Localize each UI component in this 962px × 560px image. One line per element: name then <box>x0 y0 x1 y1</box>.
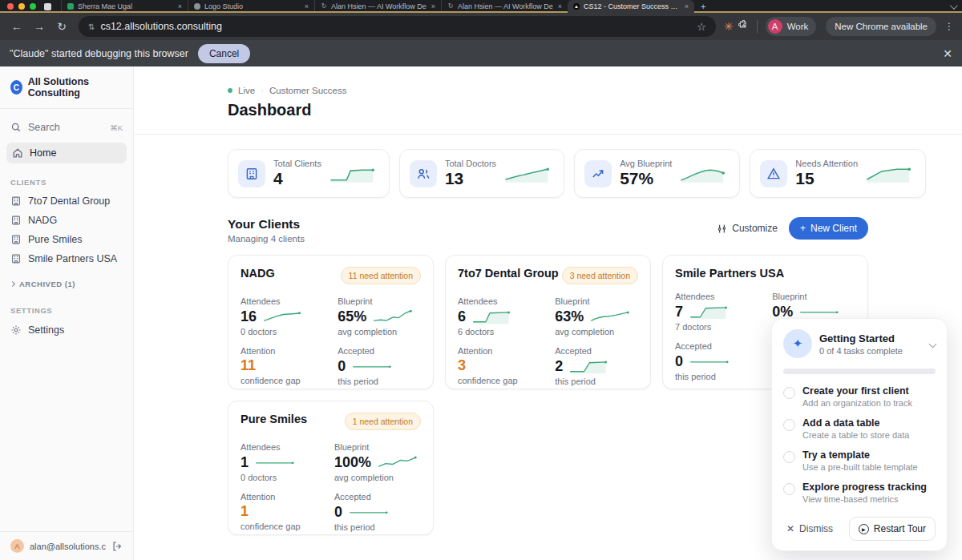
stat-total-doctors: Total Doctors 13 <box>399 149 564 198</box>
dismiss-button[interactable]: ✕ Dismiss <box>783 518 836 539</box>
building-icon <box>10 234 22 245</box>
settings-section-label: SETTINGS <box>0 292 133 320</box>
archived-label: ARCHIVED (1) <box>19 280 75 288</box>
new-tab-button[interactable]: + <box>701 2 705 11</box>
client-name: Pure Smiles <box>240 413 307 425</box>
new-client-button[interactable]: + New Client <box>789 217 868 240</box>
tab-close-icon[interactable]: × <box>431 2 435 10</box>
sparkline-chart <box>263 308 306 325</box>
sidebar: C All Solutions Consulting Search ⌘K Hom… <box>0 66 134 560</box>
stat-value: 4 <box>273 169 321 188</box>
sidebar-item-smile-partners-usa[interactable]: Smile Partners USA <box>0 249 133 268</box>
forward-button[interactable]: → <box>30 18 48 35</box>
tab-cs12-active[interactable]: ▲ CS12 - Customer Success Pla × <box>568 0 694 13</box>
sidebar-item-7to7-dental-group[interactable]: 7to7 Dental Group <box>0 191 133 211</box>
user-email: alan@allsolutions.con... <box>30 542 106 551</box>
your-clients-title: Your Clients <box>228 217 305 232</box>
tab-list-chevron-icon[interactable] <box>950 2 958 10</box>
sidebar-item-archived[interactable]: ARCHIVED (1) <box>0 268 133 292</box>
sparkline-chart <box>255 453 298 471</box>
zoom-window-button[interactable] <box>30 3 36 10</box>
customize-button[interactable]: Customize <box>717 223 778 234</box>
stats-row: Total Clients 4 Total Doctors 13 <box>228 149 868 198</box>
breadcrumb-label: Customer Success <box>269 86 347 95</box>
task-create-first-client[interactable]: Create your first client Add an organiza… <box>783 379 936 411</box>
client-label: Smile Partners USA <box>28 253 117 264</box>
window-controls <box>7 3 36 10</box>
building-icon <box>10 253 22 264</box>
restart-tour-button[interactable]: ▶ Restart Tour <box>849 517 936 541</box>
stat-label: Avg Blueprint <box>620 159 672 168</box>
banner-close-icon[interactable]: ✕ <box>943 47 952 60</box>
extensions-puzzle-icon[interactable] <box>738 20 749 33</box>
reload-button[interactable]: ↻ <box>53 18 71 35</box>
chrome-update-button[interactable]: New Chrome available <box>826 17 936 36</box>
user-footer[interactable]: A alan@allsolutions.con... <box>0 531 133 560</box>
metric-attendees: Attendees 1 0 doctors <box>240 442 326 482</box>
building-icon <box>10 195 22 207</box>
sync-favicon: ↻ <box>447 3 454 10</box>
tab-close-icon[interactable]: × <box>558 2 562 10</box>
client-label: NADG <box>28 215 57 226</box>
getting-started-header[interactable]: ✦ Getting Started 0 of 4 tasks complete <box>783 329 936 358</box>
address-bar[interactable]: ⇅ cs12.allsolutions.consulting ☆ <box>79 16 716 37</box>
task-checkbox[interactable] <box>783 483 795 495</box>
metric-attendees: Attendees 6 6 doctors <box>458 296 547 336</box>
live-label: Live <box>238 86 255 95</box>
stat-avg-blueprint: Avg Blueprint 57% <box>574 149 740 198</box>
attention-badge: 11 need attention <box>341 267 421 284</box>
chevron-down-icon[interactable] <box>929 340 937 348</box>
task-explore-progress-tracking[interactable]: Explore progress tracking View time-base… <box>783 475 936 507</box>
task-add-data-table[interactable]: Add a data table Create a table to store… <box>783 411 936 443</box>
client-card-nadg[interactable]: NADG 11 need attention Attendees 16 0 do… <box>228 255 434 389</box>
metric-accepted: Accepted 0 this period <box>675 341 764 381</box>
profile-theme-stripe <box>0 11 962 13</box>
metric-accepted: Accepted 0 this period <box>334 492 421 532</box>
stat-label: Total Doctors <box>445 159 496 168</box>
close-window-button[interactable] <box>7 3 14 10</box>
stat-total-clients: Total Clients 4 <box>228 149 390 198</box>
breadcrumb: Live · Customer Success <box>228 86 868 95</box>
logout-icon[interactable] <box>111 541 123 552</box>
claude-extension-icon[interactable]: ✳ <box>724 20 734 33</box>
client-card-7to7-dental-group[interactable]: 7to7 Dental Group 3 need attention Atten… <box>445 255 651 389</box>
home-icon <box>12 147 23 159</box>
profile-chip[interactable]: A Work <box>766 17 817 36</box>
sidebar-item-settings[interactable]: Settings <box>0 320 133 340</box>
search-icon <box>10 122 22 133</box>
progress-bar <box>783 369 936 374</box>
back-button[interactable]: ← <box>8 18 26 35</box>
sparkline-chart <box>689 353 733 370</box>
search-input[interactable]: Search ⌘K <box>0 117 133 138</box>
task-checkbox[interactable] <box>783 451 795 463</box>
sidebar-item-pure-smiles[interactable]: Pure Smiles <box>0 230 133 249</box>
metric-attendees: Attendees 7 7 doctors <box>675 292 764 332</box>
tab-close-icon[interactable]: × <box>178 2 182 10</box>
cancel-debug-button[interactable]: Cancel <box>198 44 250 63</box>
bookmark-star-icon[interactable]: ☆ <box>697 21 706 33</box>
pinned-tab-icon[interactable] <box>44 3 51 10</box>
sidebar-item-home[interactable]: Home <box>6 143 127 163</box>
sparkline-chart <box>590 308 633 325</box>
metric-blueprint: Blueprint 63% avg completion <box>555 296 638 336</box>
tab-close-icon[interactable]: × <box>685 2 689 10</box>
task-checkbox[interactable] <box>783 419 795 431</box>
task-checkbox[interactable] <box>783 387 795 399</box>
clients-section-label: CLIENTS <box>0 163 133 191</box>
task-try-template[interactable]: Try a template Use a pre-built table tem… <box>783 443 936 475</box>
debug-message: "Claude" started debugging this browser <box>10 48 188 59</box>
menu-kebab-icon[interactable]: ⋮ <box>944 21 954 32</box>
client-card-pure-smiles[interactable]: Pure Smiles 1 need attention Attendees 1… <box>228 401 434 535</box>
your-clients-subtitle: Managing 4 clients <box>228 234 305 244</box>
minimize-window-button[interactable] <box>18 3 25 10</box>
sidebar-item-nadg[interactable]: NADG <box>0 211 133 230</box>
metric-attention: Attention 3 confidence gap <box>458 346 547 386</box>
toolbar-divider <box>757 20 758 33</box>
plus-icon: + <box>800 223 806 234</box>
sparkles-icon: ✦ <box>783 329 812 358</box>
org-name: All Solutions Consulting <box>28 76 123 99</box>
tab-close-icon[interactable]: × <box>305 2 309 10</box>
metric-accepted: Accepted 0 this period <box>338 346 421 386</box>
site-settings-icon[interactable]: ⇅ <box>88 22 94 31</box>
url-text[interactable]: cs12.allsolutions.consulting <box>100 21 690 32</box>
